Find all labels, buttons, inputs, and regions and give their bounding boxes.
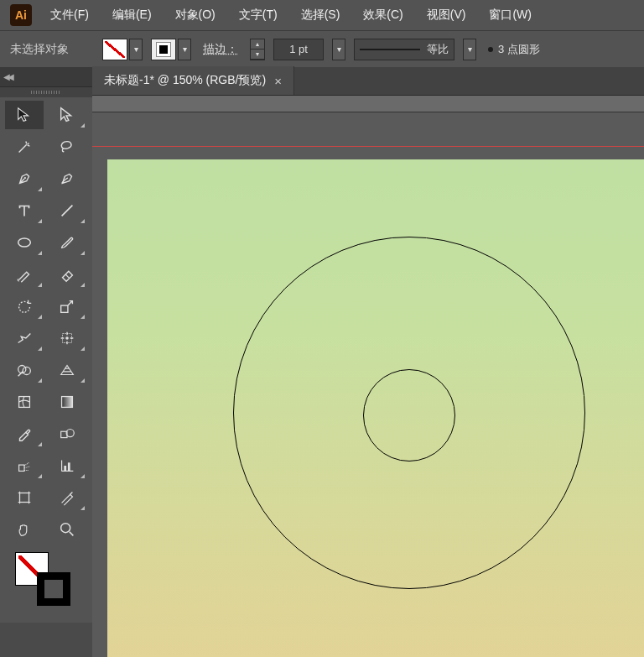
svg-rect-15 xyxy=(19,465,24,471)
panel-drag-handle[interactable] xyxy=(0,87,92,97)
svg-point-10 xyxy=(23,367,30,374)
menu-type[interactable]: 文字(T) xyxy=(227,1,289,29)
svg-line-3 xyxy=(62,206,73,216)
brush-dot-icon xyxy=(488,47,493,52)
blend-tool[interactable] xyxy=(48,420,86,448)
zoom-tool[interactable] xyxy=(48,515,86,544)
menu-window[interactable]: 窗口(W) xyxy=(477,1,543,29)
control-bar: 未选择对象 ▾ ▾ 描边： ▴ ▾ 1 pt ▾ 等比 ▾ 3 点圆形 xyxy=(0,30,644,67)
svg-rect-12 xyxy=(62,397,73,408)
menu-select[interactable]: 选择(S) xyxy=(289,1,352,29)
stroke-color-box[interactable] xyxy=(37,572,70,606)
stroke-weight-dropdown-icon[interactable]: ▾ xyxy=(332,39,345,60)
app-logo-icon: Ai xyxy=(3,0,39,30)
brush-label: 3 点圆形 xyxy=(498,42,540,57)
menu-file[interactable]: 文件(F) xyxy=(39,1,101,29)
stepper-down-icon[interactable]: ▾ xyxy=(251,50,264,60)
direct-selection-tool[interactable] xyxy=(48,101,86,129)
symbol-sprayer-tool[interactable] xyxy=(5,451,44,480)
variable-width-profile[interactable]: 等比 xyxy=(354,39,454,60)
stepper-up-icon[interactable]: ▴ xyxy=(251,39,264,50)
svg-rect-6 xyxy=(61,305,68,312)
inner-circle-path[interactable] xyxy=(363,369,455,461)
document-tab[interactable]: 未标题-1* @ 150% (RGB/预览) × xyxy=(92,66,294,95)
scale-tool[interactable] xyxy=(48,292,86,321)
stroke-weight-value[interactable]: 1 pt xyxy=(273,39,324,60)
slice-tool[interactable] xyxy=(48,483,86,512)
svg-point-19 xyxy=(61,524,70,533)
curvature-tool[interactable] xyxy=(48,164,86,193)
line-segment-tool[interactable] xyxy=(48,196,86,225)
type-tool[interactable] xyxy=(5,196,44,225)
stroke-dropdown-icon[interactable]: ▾ xyxy=(178,39,191,60)
fill-stroke-control[interactable] xyxy=(5,547,87,606)
paintbrush-tool[interactable] xyxy=(48,228,86,257)
lasso-tool[interactable] xyxy=(48,133,86,161)
ellipse-tool[interactable] xyxy=(5,228,44,257)
tab-close-icon[interactable]: × xyxy=(274,74,282,88)
svg-line-20 xyxy=(70,532,74,536)
stroke-swatch[interactable] xyxy=(151,39,176,60)
svg-point-7 xyxy=(65,336,69,340)
menu-items: 文件(F) 编辑(E) 对象(O) 文字(T) 选择(S) 效果(C) 视图(V… xyxy=(39,1,543,29)
menu-edit[interactable]: 编辑(E) xyxy=(101,1,164,29)
artboard-tool[interactable] xyxy=(5,483,44,512)
stroke-swatch-group: ▾ xyxy=(151,39,191,60)
svg-text:Ai: Ai xyxy=(15,8,27,22)
svg-point-2 xyxy=(24,177,26,179)
shape-builder-tool[interactable] xyxy=(5,356,44,384)
selection-tool[interactable] xyxy=(5,101,44,129)
svg-rect-18 xyxy=(20,493,29,503)
document-tab-bar: 未标题-1* @ 150% (RGB/预览) × xyxy=(92,67,644,96)
gradient-tool[interactable] xyxy=(48,388,86,416)
tools-panel xyxy=(0,97,92,623)
menu-view[interactable]: 视图(V) xyxy=(415,1,478,29)
pen-tool[interactable] xyxy=(5,164,44,193)
selection-status: 未选择对象 xyxy=(10,42,94,57)
document-tab-title: 未标题-1* @ 150% (RGB/预览) xyxy=(104,73,266,88)
menu-object[interactable]: 对象(O) xyxy=(164,1,227,29)
svg-point-4 xyxy=(18,238,31,247)
eyedropper-tool[interactable] xyxy=(5,420,44,448)
guide-line xyxy=(92,146,644,147)
horizontal-ruler xyxy=(92,96,644,112)
eraser-tool[interactable] xyxy=(48,260,86,289)
canvas-area[interactable] xyxy=(92,112,644,657)
free-transform-tool[interactable] xyxy=(48,324,86,352)
svg-rect-16 xyxy=(64,466,66,471)
mesh-tool[interactable] xyxy=(5,388,44,416)
artboard[interactable] xyxy=(107,159,644,657)
profile-dropdown-icon[interactable]: ▾ xyxy=(463,39,476,60)
fill-swatch-group: ▾ xyxy=(102,39,143,60)
fill-dropdown-icon[interactable]: ▾ xyxy=(129,39,143,60)
menu-effect[interactable]: 效果(C) xyxy=(351,1,414,29)
column-graph-tool[interactable] xyxy=(48,451,86,480)
svg-line-5 xyxy=(65,274,70,279)
hand-tool[interactable] xyxy=(5,515,44,544)
width-tool[interactable] xyxy=(5,324,44,352)
svg-rect-11 xyxy=(19,397,30,408)
fill-swatch[interactable] xyxy=(102,39,127,60)
rotate-tool[interactable] xyxy=(5,292,44,321)
collapse-arrows-icon: ◀◀ xyxy=(3,72,12,81)
profile-label: 等比 xyxy=(427,42,449,57)
perspective-grid-tool[interactable] xyxy=(48,356,86,384)
stroke-label[interactable]: 描边： xyxy=(200,42,242,57)
menubar: Ai 文件(F) 编辑(E) 对象(O) 文字(T) 选择(S) 效果(C) 视… xyxy=(0,0,644,30)
magic-wand-tool[interactable] xyxy=(5,133,44,161)
brush-definition[interactable]: 3 点圆形 xyxy=(485,42,540,57)
panel-collapse-strip[interactable]: ◀◀ xyxy=(0,67,92,87)
svg-rect-17 xyxy=(68,462,70,471)
shaper-tool[interactable] xyxy=(5,260,44,289)
stroke-weight-stepper[interactable]: ▴ ▾ xyxy=(250,39,265,60)
profile-line-icon xyxy=(360,49,420,50)
